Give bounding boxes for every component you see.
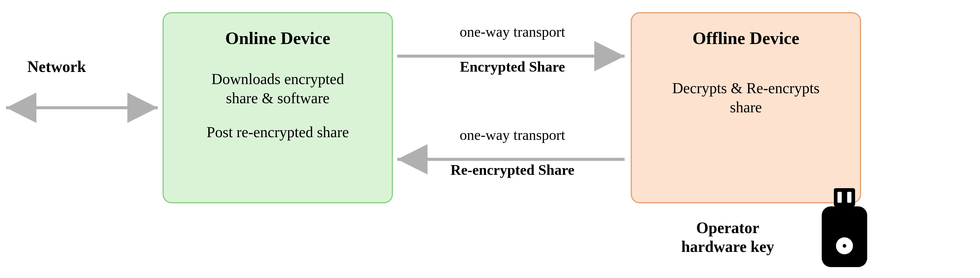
offline-device-desc: Decrypts & Re-encrypts share bbox=[672, 78, 819, 117]
hardware-key-label: Operator hardware key bbox=[655, 219, 800, 256]
online-device-desc-1: Downloads encrypted share & software bbox=[212, 69, 344, 107]
offline-device-title: Offline Device bbox=[692, 28, 800, 48]
online-device-line1: Downloads encrypted bbox=[212, 70, 344, 88]
offline-device-box: Offline Device Decrypts & Re-encrypts sh… bbox=[631, 12, 861, 203]
online-device-line2: share & software bbox=[226, 89, 329, 107]
encrypted-share-label: one-way transport Encrypted Share bbox=[397, 23, 628, 76]
online-device-title: Online Device bbox=[225, 28, 330, 48]
network-label: Network bbox=[27, 58, 86, 75]
online-device-box: Online Device Downloads encrypted share … bbox=[162, 12, 393, 203]
reencrypted-share-label: one-way transport Re-encrypted Share bbox=[397, 126, 628, 179]
offline-device-line1: Decrypts & Re-encrypts bbox=[672, 80, 819, 96]
reencrypted-share-bold: Re-encrypted Share bbox=[397, 161, 628, 179]
hardware-key-label-line1: Operator bbox=[696, 219, 759, 236]
online-device-desc-2: Post re-encrypted share bbox=[207, 123, 349, 142]
svg-rect-2 bbox=[847, 192, 851, 203]
offline-device-line2: share bbox=[730, 99, 762, 116]
reencrypted-share-sub: one-way transport bbox=[397, 126, 628, 144]
hardware-key-label-line2: hardware key bbox=[681, 238, 775, 255]
svg-point-5 bbox=[843, 244, 846, 248]
hardware-key-icon bbox=[819, 188, 870, 270]
svg-rect-1 bbox=[837, 192, 842, 203]
encrypted-share-bold: Encrypted Share bbox=[397, 58, 628, 76]
encrypted-share-sub: one-way transport bbox=[397, 23, 628, 41]
svg-rect-0 bbox=[834, 188, 855, 206]
svg-rect-3 bbox=[822, 206, 867, 267]
